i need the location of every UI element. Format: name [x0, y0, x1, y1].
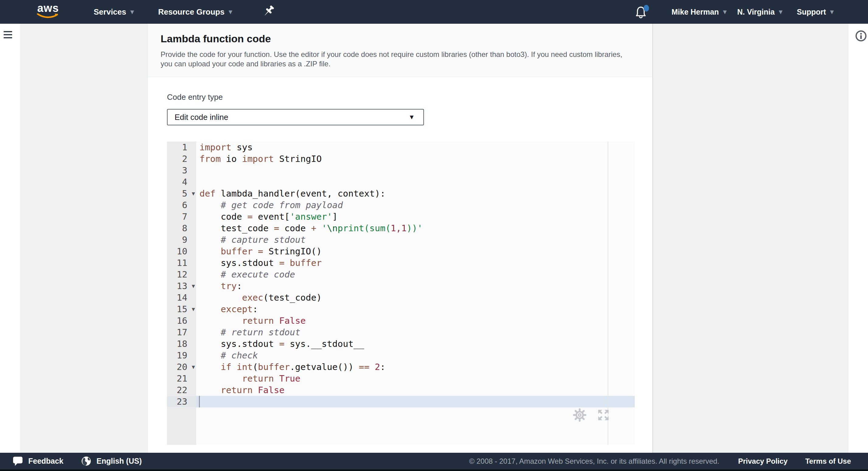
line-number-text: 15: [177, 304, 187, 314]
nav-region-menu[interactable]: N. Virginia ▾: [737, 0, 782, 24]
language-selector[interactable]: English (US): [96, 457, 142, 466]
code-line: from io import StringIO: [196, 153, 635, 165]
code-token: +: [311, 223, 316, 233]
feedback-button[interactable]: Feedback: [28, 457, 63, 466]
copyright-text: © 2008 - 2017, Amazon Web Services, Inc.…: [469, 457, 719, 466]
code-line: [196, 165, 635, 176]
code-token: # get code from payload: [199, 200, 343, 210]
editor-rows: import sysfrom io import StringIOdef lam…: [196, 142, 635, 407]
pushpin-icon[interactable]: [263, 5, 276, 19]
code-token: sys: [231, 142, 253, 152]
code-line: except:: [196, 303, 635, 315]
code-token: StringIO(): [264, 246, 322, 257]
line-number: 5▾: [167, 188, 196, 199]
nav-support-menu[interactable]: Support ▾: [797, 0, 834, 24]
code-token: return: [242, 373, 274, 384]
fold-caret-icon[interactable]: ▾: [192, 303, 195, 315]
code-token: return: [221, 385, 253, 395]
left-sidebar-strip: [0, 24, 20, 453]
code-token: test_code: [199, 223, 274, 233]
line-number: 20▾: [167, 361, 196, 373]
top-navigation-bar: aws Services ▾ Resource Groups ▾: [0, 0, 868, 24]
code-line: return False: [196, 315, 635, 326]
code-token: ': [322, 223, 327, 233]
code-editor[interactable]: 12345▾678910111213▾1415▾1617181920▾21222…: [167, 142, 635, 445]
code-token: :: [253, 304, 258, 314]
code-token: event[: [253, 211, 290, 222]
code-token: exec: [242, 292, 264, 303]
code-line: sys.stdout = sys.__stdout__: [196, 338, 635, 350]
code-token: True: [279, 373, 301, 384]
line-number-text: 1: [182, 142, 187, 152]
panel-header: Lambda function code Provide the code fo…: [148, 24, 652, 77]
chevron-down-icon: ▾: [830, 8, 834, 16]
select-caret-icon: ▼: [408, 114, 415, 121]
fold-caret-icon[interactable]: ▾: [192, 188, 195, 199]
privacy-policy-link[interactable]: Privacy Policy: [738, 457, 788, 466]
terms-of-use-link[interactable]: Terms of Use: [805, 457, 851, 466]
code-entry-type-select[interactable]: Edit code inline ▼: [167, 109, 424, 125]
code-entry-type-value: Edit code inline: [175, 113, 228, 122]
line-number-text: 19: [177, 350, 187, 360]
code-token: [199, 373, 242, 384]
nav-account-menu[interactable]: Mike Herman ▾: [672, 0, 726, 24]
code-token: # execute code: [199, 269, 295, 279]
line-number-text: 5: [182, 188, 187, 199]
code-token: sys.stdout: [199, 258, 279, 268]
line-number: 16: [167, 315, 196, 326]
code-token: int: [237, 362, 252, 372]
fold-caret-icon[interactable]: ▾: [192, 361, 195, 373]
nav-services-label: Services: [94, 7, 126, 17]
code-token: def: [199, 188, 215, 199]
aws-logo[interactable]: aws: [36, 3, 60, 18]
line-number-text: 18: [177, 338, 187, 349]
code-token: [199, 316, 242, 326]
code-token: 'answer': [290, 211, 333, 222]
editor-settings-gear-icon[interactable]: [573, 408, 587, 422]
lambda-function-code-panel: Lambda function code Provide the code fo…: [148, 24, 653, 453]
code-token: print(sum(: [338, 223, 391, 233]
code-token: (test_code): [264, 292, 322, 303]
editor-fullscreen-expand-icon[interactable]: [597, 409, 610, 421]
editor-gutter: 12345▾678910111213▾1415▾1617181920▾21222…: [167, 142, 196, 445]
code-token: =: [279, 258, 284, 268]
notifications-bell-icon[interactable]: [635, 5, 650, 19]
line-number: 4: [167, 176, 196, 188]
code-token: sys.__stdout__: [284, 338, 364, 349]
code-line: try:: [196, 280, 635, 292]
code-line: buffer = StringIO(): [196, 245, 635, 257]
description-line-2: you can upload your code and libraries a…: [161, 59, 640, 68]
line-number-text: 16: [177, 316, 187, 326]
code-token: io: [221, 154, 242, 164]
hamburger-menu-icon[interactable]: [4, 31, 13, 39]
info-icon[interactable]: [855, 30, 867, 42]
code-line: return True: [196, 373, 635, 384]
notification-badge: [644, 5, 649, 11]
code-token: [199, 304, 221, 314]
line-number: 12: [167, 269, 196, 280]
code-token: # return stdout: [199, 327, 301, 337]
code-token: [199, 246, 221, 257]
nav-services-menu[interactable]: Services ▾: [94, 0, 134, 24]
support-label: Support: [797, 8, 826, 17]
line-number: 22: [167, 384, 196, 396]
globe-icon: [81, 456, 92, 466]
code-token: # check: [199, 350, 258, 360]
fold-caret-icon[interactable]: ▾: [192, 280, 195, 292]
code-line: import sys: [196, 142, 635, 153]
code-line: def lambda_handler(event, context):: [196, 188, 635, 199]
code-entry-type-label: Code entry type: [167, 92, 652, 102]
code-token: [199, 385, 221, 395]
code-token: [316, 223, 321, 233]
nav-resource-groups-menu[interactable]: Resource Groups ▾: [158, 0, 232, 24]
code-token: [284, 258, 289, 268]
code-token: 1,1: [391, 223, 407, 233]
code-line: # get code from payload: [196, 199, 635, 211]
line-number: 10: [167, 245, 196, 257]
code-token: ]: [333, 211, 338, 222]
footer-bar: Feedback English (US) © 2008 - 2017, Ama…: [0, 453, 868, 469]
code-token: =: [274, 223, 279, 233]
line-number-text: 7: [182, 211, 187, 222]
line-number: 6: [167, 199, 196, 211]
page-title: Lambda function code: [161, 33, 640, 45]
